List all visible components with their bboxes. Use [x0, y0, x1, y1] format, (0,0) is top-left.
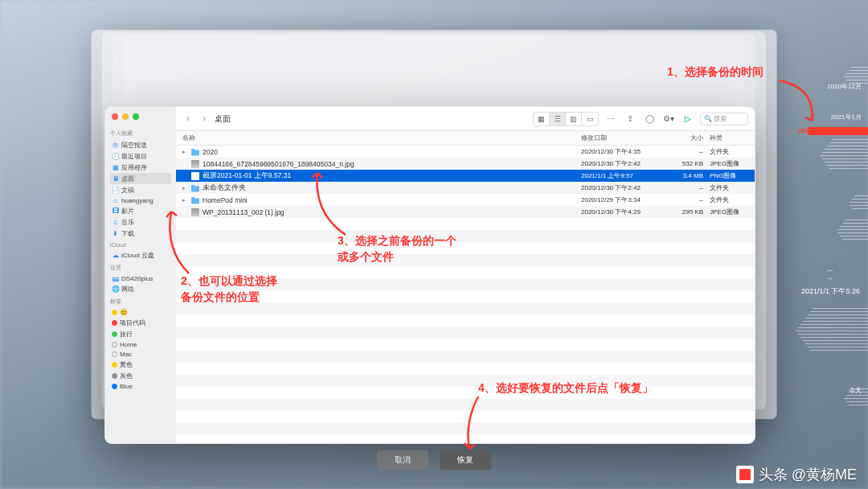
music-icon: ♫ — [112, 219, 119, 226]
timestamp-text: 2021/1/1 下午5:26 — [801, 286, 860, 297]
sidebar-item[interactable]: 🎞影片 — [110, 205, 171, 216]
timeline-up-button[interactable]: ︿ — [827, 265, 833, 274]
tag-dot-icon — [112, 331, 117, 337]
sidebar-item[interactable]: ♫音乐 — [110, 216, 171, 228]
view-switcher: ▦ ☰ ▥ ▭ — [533, 112, 599, 126]
sidebar-item[interactable]: 🌐网络 — [110, 283, 171, 294]
sidebar-item-label: 灰色 — [120, 372, 133, 380]
sidebar-item[interactable]: Blue — [110, 381, 171, 391]
action-button[interactable]: ⚙︎▾ — [661, 113, 676, 125]
sidebar-item[interactable]: 黄色 — [110, 359, 171, 370]
timeline-tick-group[interactable] — [837, 217, 869, 242]
icon-view-button[interactable]: ▦ — [534, 113, 550, 125]
server-icon: 🖴 — [112, 275, 119, 282]
current-backup-marker[interactable] — [808, 127, 868, 135]
search-input[interactable]: 🔍 搜索 — [700, 113, 748, 125]
watermark-text: 头条 @黄杨ME — [759, 465, 857, 484]
sidebar-item-label: 黄色 — [120, 360, 133, 369]
sidebar-item-label: 文稿 — [121, 186, 134, 195]
column-view-button[interactable]: ▥ — [566, 113, 582, 125]
clock-icon: 🕘 — [112, 153, 119, 160]
sidebar-item-label: iCloud 云盘 — [121, 251, 154, 260]
sidebar-item[interactable]: 😊 — [110, 307, 171, 317]
disclosure-icon[interactable]: ▸ — [182, 149, 188, 155]
timeline-tick-group[interactable] — [820, 137, 868, 171]
file-row[interactable]: ▸未命名文件夹2020/12/30 下午2:42--文件夹 — [176, 182, 755, 194]
timeline-down-button[interactable]: ﹀ — [827, 275, 833, 284]
sidebar-item[interactable]: Home — [110, 339, 171, 349]
sidebar-item[interactable]: 灰色 — [110, 370, 171, 381]
file-row[interactable]: ▸20202020/12/30 下午4:35--文件夹 — [176, 146, 755, 158]
group-by-button[interactable]: ⋯ — [604, 113, 618, 125]
col-date[interactable]: 修改日期 — [578, 131, 666, 145]
watermark-logo-icon — [736, 466, 754, 483]
sidebar-item[interactable]: 🖴DS420plus — [110, 273, 171, 283]
sidebar-item[interactable]: 项目代码 — [110, 317, 171, 328]
movie-icon: 🎞 — [112, 208, 119, 215]
timeline-tick-group[interactable] — [844, 64, 868, 86]
disclosure-icon[interactable]: ▸ — [182, 185, 188, 191]
file-name: 截屏2021-01-01 上午9.57.31 — [203, 171, 291, 181]
list-view-button[interactable]: ☰ — [550, 113, 566, 125]
col-name[interactable]: 名称 — [176, 131, 578, 145]
forward-button[interactable]: › — [199, 113, 210, 125]
tag-dot-icon — [112, 320, 117, 326]
cancel-button[interactable]: 取消 — [377, 450, 428, 470]
file-kind: JPEG图像 — [706, 208, 755, 216]
empty-row — [176, 387, 755, 399]
timeline-tick-group[interactable] — [844, 386, 868, 408]
disclosure-icon[interactable]: ▸ — [182, 197, 188, 203]
file-row[interactable]: 10844166_672845969501676_1898405034_n.jp… — [176, 158, 755, 170]
sidebar-item-label: Blue — [120, 383, 133, 390]
timeline-tick-group[interactable] — [850, 193, 869, 212]
minimize-button[interactable] — [122, 113, 129, 120]
sidebar-item[interactable]: ◎隔空投送 — [110, 139, 171, 150]
sidebar-item[interactable]: ⬇下载 — [110, 228, 171, 239]
empty-row — [176, 423, 755, 435]
tag-dot-icon — [112, 373, 117, 379]
file-row[interactable]: WP_20131113_002 (1).jpg2020/12/30 下午4:29… — [176, 206, 755, 218]
file-size: 532 KB — [666, 160, 706, 167]
sidebar-section-header: 标签 — [110, 298, 171, 306]
empty-row — [176, 242, 755, 254]
timeline-tick-group[interactable] — [796, 306, 868, 353]
action-buttons: 取消 恢复 — [377, 450, 491, 470]
sidebar-item[interactable]: ⌂huangyang — [110, 195, 171, 205]
file-size: -- — [666, 184, 706, 191]
col-size[interactable]: 大小 — [666, 131, 706, 145]
desktop-icon: 🖥 — [112, 175, 119, 183]
folder-icon — [191, 196, 199, 204]
back-button[interactable]: ‹ — [182, 113, 194, 125]
coop-icon[interactable]: ▷ — [681, 113, 695, 125]
sidebar-item[interactable]: 🖥桌面 — [110, 173, 171, 184]
file-kind: JPEG图像 — [706, 159, 755, 168]
sidebar-item[interactable]: Mac — [110, 349, 171, 359]
tag-dot-icon — [112, 384, 117, 389]
gallery-view-button[interactable]: ▭ — [582, 113, 598, 125]
file-row[interactable]: 截屏2021-01-01 上午9.57.312021/1/1 上午9:573.4… — [176, 170, 755, 182]
file-size: 3.4 MB — [666, 172, 706, 179]
sidebar-item[interactable]: 旅行 — [110, 328, 171, 339]
file-kind: 文件夹 — [706, 183, 755, 192]
empty-row — [176, 302, 755, 314]
restore-button[interactable]: 恢复 — [440, 450, 491, 470]
tag-button[interactable]: ◯ — [642, 113, 657, 125]
empty-row — [176, 351, 755, 363]
file-size: 295 KB — [666, 208, 706, 216]
doc-icon: 📄 — [112, 187, 119, 194]
file-row[interactable]: ▸HomePod mini2020/12/29 下午3:34--文件夹 — [176, 194, 755, 206]
sidebar-item[interactable]: ▦应用程序 — [110, 162, 171, 173]
col-kind[interactable]: 种类 — [706, 131, 755, 145]
file-date: 2020/12/30 下午2:42 — [578, 159, 666, 168]
sidebar-item-label: 项目代码 — [120, 318, 145, 327]
sidebar-item[interactable]: 📄文稿 — [110, 184, 171, 195]
sidebar-item[interactable]: 🕘最近项目 — [110, 150, 171, 162]
empty-row — [176, 327, 755, 339]
sidebar-item[interactable]: ☁iCloud 云盘 — [110, 249, 171, 261]
zoom-button[interactable] — [133, 113, 139, 120]
close-button[interactable] — [112, 113, 118, 120]
file-name: 10844166_672845969501676_1898405034_n.jp… — [203, 160, 354, 168]
share-button[interactable]: ⇪ — [623, 113, 637, 125]
sidebar-item-label: 音乐 — [121, 218, 134, 227]
tag-dot-icon — [112, 342, 117, 347]
